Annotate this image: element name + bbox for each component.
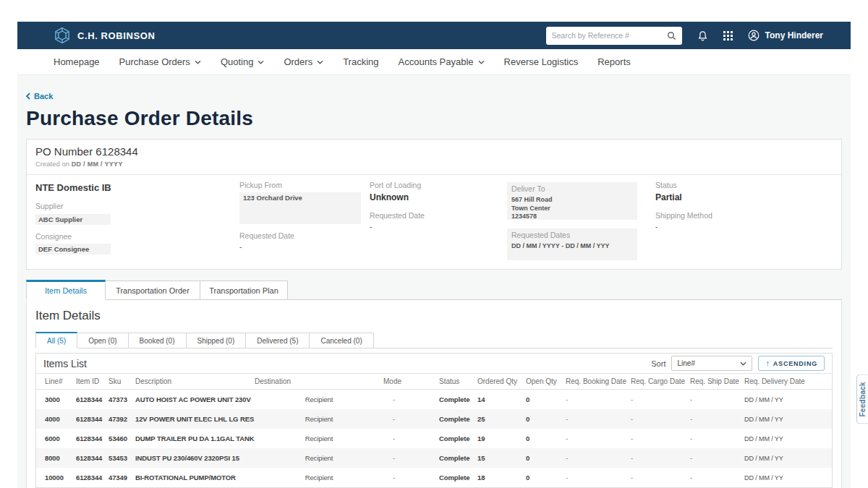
table-cell: 0: [526, 454, 566, 462]
po-col-pickup: Pickup From 123 Orchard Drive Requested …: [239, 181, 370, 260]
table-header-row: Line# Item ID Sku Description Destinatio…: [36, 373, 832, 390]
pickup-value-box: 123 Orchard Drive: [239, 192, 361, 224]
tab-transportation-order[interactable]: Transportation Order: [105, 281, 200, 299]
po-col-status: Status Partial Shipping Method -: [655, 181, 833, 260]
consignee-label: Consignee: [35, 232, 239, 242]
table-cell: -: [383, 415, 439, 423]
pickup-label: Pickup From: [239, 181, 370, 191]
table-cell: -: [690, 415, 744, 423]
consignee-value: DEF Consignee: [35, 244, 111, 254]
app-viewport: C.H. ROBINSON: [0, 0, 868, 488]
table-cell: DD / MM / YY: [744, 435, 832, 442]
table-cell: -: [631, 435, 690, 442]
pickup-requested-label: Requested Date: [239, 231, 370, 241]
shipping-method-value: -: [655, 223, 833, 231]
section-title: Item Details: [35, 309, 833, 323]
column-header: Destination: [255, 377, 383, 385]
details-tabs-card: Item Details Transportation Order Transp…: [26, 280, 842, 488]
subtab-open[interactable]: Open (0): [77, 333, 128, 348]
pickup-value: 123 Orchard Drive: [243, 194, 302, 202]
user-avatar-icon: [748, 30, 760, 41]
deliver-address-line2: Town Center: [511, 205, 633, 213]
status-label: Status: [655, 181, 833, 191]
table-cell: 6000: [45, 435, 76, 442]
nav-item-reverse-logistics[interactable]: Reverse Logistics: [504, 56, 579, 67]
port-requested-value: -: [370, 223, 507, 231]
table-cell: 6128344: [76, 395, 109, 403]
table-cell: -: [383, 454, 439, 462]
sort-label: Sort: [651, 359, 665, 368]
search-box[interactable]: [546, 27, 682, 45]
subtab-canceled[interactable]: Canceled (0): [309, 333, 373, 348]
table-cell: -: [631, 454, 690, 462]
feedback-tab[interactable]: Feedback: [856, 374, 868, 424]
table-cell: 53460: [109, 435, 135, 442]
nav-item-quoting[interactable]: Quoting: [221, 56, 265, 67]
table-cell: DD / MM / YY: [744, 474, 832, 481]
table-cell: 25: [477, 415, 526, 423]
subtab-booked[interactable]: Booked (0): [128, 333, 187, 348]
po-created-value: DD / MM / YYYY: [72, 160, 123, 168]
subtab-all[interactable]: All (5): [35, 332, 77, 348]
search-icon[interactable]: [667, 31, 676, 40]
nav-item-purchase-orders[interactable]: Purchase Orders: [119, 56, 201, 67]
table-cell: DD / MM / YY: [744, 396, 832, 403]
deliver-address: 567 Hill Road Town Center 1234578: [511, 196, 633, 221]
table-row: 8000 6128344 53453 INDUST PU 230/460V 23…: [36, 448, 832, 468]
search-input[interactable]: [552, 31, 663, 40]
table-cell: 47392: [109, 415, 135, 423]
table-cell: 6128344: [76, 435, 109, 442]
nav-item-tracking[interactable]: Tracking: [343, 56, 378, 67]
table-cell: -: [383, 395, 439, 403]
supplier-value: ABC Supplier: [35, 214, 111, 225]
nav-item-orders[interactable]: Orders: [284, 56, 323, 67]
nav-item-accounts-payable[interactable]: Accounts Payable: [399, 56, 485, 67]
table-cell: Recipient: [255, 474, 383, 481]
table-cell: -: [631, 474, 690, 481]
notifications-bell-icon[interactable]: [697, 30, 708, 41]
deliver-to-label: Deliver To: [511, 184, 633, 194]
pickup-requested-value: -: [239, 243, 370, 251]
table-cell: -: [690, 435, 744, 442]
top-navbar: C.H. ROBINSON: [17, 22, 851, 49]
po-type: NTE Domestic IB: [35, 182, 239, 193]
column-header: Mode: [383, 377, 439, 385]
table-cell: Complete: [439, 395, 477, 403]
table-cell: -: [631, 395, 690, 403]
table-cell: Complete: [439, 474, 477, 481]
subtab-delivered[interactable]: Delivered (5): [245, 333, 310, 348]
subtab-shipped[interactable]: Shipped (0): [186, 333, 247, 348]
ascending-button[interactable]: ↑ ASCENDING: [758, 356, 825, 371]
status-subtabs: All (5) Open (0) Booked (0) Shipped (0) …: [35, 332, 833, 348]
supplier-label: Supplier: [35, 202, 239, 212]
tab-transportation-plan[interactable]: Transportation Plan: [200, 281, 288, 299]
column-header: Line#: [45, 377, 76, 385]
deliver-address-line1: 567 Hill Road: [511, 196, 633, 205]
po-col-parties: NTE Domestic IB Supplier ABC Supplier Co…: [35, 181, 239, 260]
table-cell: Recipient: [255, 415, 383, 423]
chevron-down-icon: [195, 60, 201, 64]
table-cell: -: [566, 474, 631, 481]
tab-item-details[interactable]: Item Details: [26, 280, 106, 299]
table-cell: DUMP TRAILER PU DA 1.1GAL TANK: [135, 435, 255, 442]
table-cell: BI-ROTATIONAL PUMP/MOTOR: [135, 474, 255, 481]
table-cell: Recipient: [255, 435, 383, 442]
user-menu[interactable]: Tony Hinderer: [748, 30, 823, 41]
deliver-to-box: Deliver To 567 Hill Road Town Center 123…: [507, 182, 637, 220]
table-cell: Recipient: [255, 395, 383, 403]
nav-item-homepage[interactable]: Homepage: [54, 56, 100, 67]
app-grid-icon[interactable]: [723, 31, 733, 40]
status-value: Partial: [655, 192, 833, 202]
table-cell: -: [383, 474, 439, 481]
table-cell: 6128344: [76, 474, 109, 481]
table-cell: -: [690, 474, 744, 481]
table-cell: -: [631, 415, 690, 423]
sort-select[interactable]: Line#: [671, 356, 752, 371]
sort-controls: Sort Line# ↑ ASCENDING: [651, 356, 825, 371]
back-link[interactable]: Back: [26, 92, 53, 100]
nav-item-reports[interactable]: Reports: [597, 56, 631, 67]
column-header: Req. Booking Date: [566, 377, 631, 385]
table-cell: 3000: [45, 395, 76, 403]
column-header: Sku: [109, 377, 135, 385]
table-cell: DD / MM / YY: [744, 455, 832, 462]
